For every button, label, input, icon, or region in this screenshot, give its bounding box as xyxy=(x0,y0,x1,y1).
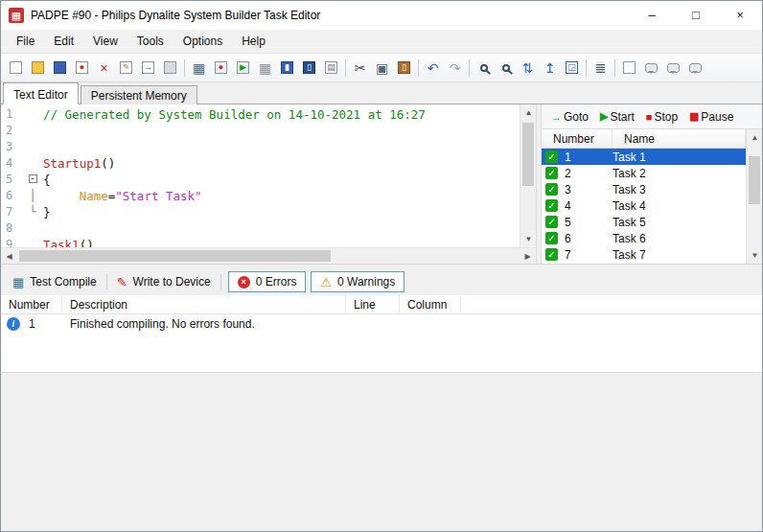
pause-task-button[interactable]: ▮▮Pause xyxy=(683,107,739,127)
task-scroll-thumb[interactable] xyxy=(749,156,760,205)
scroll-right-icon[interactable]: ▶ xyxy=(520,248,536,265)
comment-add-icon xyxy=(667,63,680,73)
message-column-description[interactable]: Description xyxy=(62,295,346,313)
manual-button[interactable]: ▤ xyxy=(320,57,342,80)
device-run-button[interactable]: ▶ xyxy=(232,57,254,80)
stop-task-button[interactable]: ■Stop xyxy=(640,107,683,127)
cut-icon: ✂ xyxy=(355,61,366,75)
library-icon: ▮ xyxy=(281,61,293,74)
vscroll-track[interactable] xyxy=(520,121,536,231)
task-row[interactable]: ✓6Task 6 xyxy=(542,230,746,246)
fold-gutter xyxy=(26,106,39,123)
comment-view-button[interactable] xyxy=(640,57,662,80)
catalog-button[interactable]: ▯ xyxy=(298,57,320,80)
grid-view-button[interactable]: ▦ xyxy=(188,57,210,80)
menu-help[interactable]: Help xyxy=(232,31,275,52)
paste-button[interactable]: ▯ xyxy=(393,57,415,80)
message-row[interactable]: 1Finished compiling. No errors found. xyxy=(1,314,762,334)
library-button[interactable]: ▮ xyxy=(276,57,298,80)
print-button[interactable] xyxy=(159,57,181,80)
network-button[interactable]: ▦ xyxy=(254,57,276,80)
task-list-scrollbar[interactable]: ▲ ▼ xyxy=(746,129,762,264)
copy-button[interactable]: ▣ xyxy=(371,57,393,80)
code-viewport[interactable]: 1// Generated by System Builder on 14-10… xyxy=(1,104,536,247)
maximize-button[interactable]: □ xyxy=(674,1,718,30)
task-row[interactable]: ✓7Task 7 xyxy=(542,246,746,263)
compile-bar-separator xyxy=(220,274,221,289)
task-row[interactable]: ✓2Task 2 xyxy=(542,165,746,181)
menu-view[interactable]: View xyxy=(83,31,127,52)
cut-button[interactable]: ✂ xyxy=(349,57,371,80)
scroll-left-icon[interactable]: ◀ xyxy=(1,248,17,265)
task-row[interactable]: ✓3Task 3 xyxy=(542,181,746,197)
task-column-name[interactable]: Name xyxy=(613,129,746,148)
open-external-button[interactable]: ◲ xyxy=(561,57,583,80)
hscroll-track[interactable] xyxy=(17,248,520,264)
save-all-button[interactable]: ● xyxy=(71,57,93,80)
editor-vertical-scrollbar[interactable]: ▲ ▼ xyxy=(520,104,536,247)
copy-icon: ▣ xyxy=(376,61,388,75)
device-stop-icon: ● xyxy=(215,61,227,74)
task-column-number[interactable]: Number xyxy=(542,129,613,148)
menu-options[interactable]: Options xyxy=(173,31,232,52)
start-task-button[interactable]: ▶Start xyxy=(594,107,640,127)
save-icon xyxy=(54,61,66,74)
fold-collapse-icon[interactable]: - xyxy=(29,174,37,183)
delete-button[interactable]: × xyxy=(93,57,115,80)
check-icon: ✓ xyxy=(545,199,558,212)
close-button[interactable]: × xyxy=(718,1,762,30)
task-row[interactable]: ✓1Task 1 xyxy=(542,149,746,165)
save-button[interactable] xyxy=(49,57,71,80)
minimize-button[interactable]: – xyxy=(630,1,674,30)
print-icon xyxy=(164,61,176,74)
properties-button[interactable]: ✎ xyxy=(115,57,137,80)
toolbar-separator xyxy=(418,59,419,77)
manual-icon: ▤ xyxy=(325,61,337,74)
task-toolbar: →Goto▶Start■Stop▮▮Pause xyxy=(542,104,762,129)
stop-icon: ■ xyxy=(646,111,651,123)
test-compile-button[interactable]: ▦ Test Compile xyxy=(5,272,104,292)
find-next-button[interactable]: ⇅ xyxy=(517,57,539,80)
code-text[interactable]: 1// Generated by System Builder on 14-10… xyxy=(1,104,520,247)
task-row[interactable]: ✓4Task 4 xyxy=(542,197,746,214)
warnings-button[interactable]: 0 Warnings xyxy=(311,271,405,292)
menu-edit[interactable]: Edit xyxy=(44,31,83,52)
export-button[interactable]: → xyxy=(137,57,159,80)
task-row[interactable]: ✓5Task 5 xyxy=(542,214,746,230)
comment-add-button[interactable] xyxy=(662,57,684,80)
errors-button[interactable]: 0 Errors xyxy=(228,271,307,292)
window-title: PADPE #90 - Philips Dynalite System Buil… xyxy=(31,9,630,22)
task-scroll-up-icon[interactable]: ▲ xyxy=(747,129,763,146)
goto-line-button[interactable]: ↥ xyxy=(539,57,561,80)
vscroll-thumb[interactable] xyxy=(522,123,534,186)
task-scroll-down-icon[interactable]: ▼ xyxy=(747,247,763,264)
scroll-down-icon[interactable]: ▼ xyxy=(520,231,536,247)
device-stop-button[interactable]: ● xyxy=(210,57,232,80)
message-column-line[interactable]: Line xyxy=(346,295,400,313)
find-button[interactable] xyxy=(473,57,495,80)
task-list-button[interactable]: ≣ xyxy=(590,57,612,80)
code-editor[interactable]: 1// Generated by System Builder on 14-10… xyxy=(1,104,536,264)
editor-horizontal-scrollbar[interactable]: ◀ ▶ xyxy=(1,247,536,264)
menu-file[interactable]: File xyxy=(7,31,44,52)
new-button[interactable] xyxy=(5,57,27,80)
open-button[interactable] xyxy=(27,57,49,80)
find-replace-button[interactable] xyxy=(495,57,517,80)
find-replace-icon xyxy=(502,64,510,72)
task-scroll-track[interactable] xyxy=(747,146,762,247)
tab-text-editor[interactable]: Text Editor xyxy=(3,82,79,104)
message-column-number[interactable]: Number xyxy=(1,295,62,313)
undo-button[interactable]: ↶ xyxy=(422,57,444,80)
goto-task-button[interactable]: →Goto xyxy=(545,107,594,127)
title-bar[interactable]: ▦ PADPE #90 - Philips Dynalite System Bu… xyxy=(1,1,762,30)
message-column-column[interactable]: Column xyxy=(400,295,461,313)
start-label: Start xyxy=(610,110,634,124)
tab-persistent-memory[interactable]: Persistent Memory xyxy=(81,85,197,104)
scroll-up-icon[interactable]: ▲ xyxy=(520,104,536,121)
comment-list-button[interactable] xyxy=(684,57,706,80)
hscroll-thumb[interactable] xyxy=(19,250,331,262)
menu-tools[interactable]: Tools xyxy=(127,31,173,52)
redo-button[interactable]: ↷ xyxy=(444,57,466,80)
new-window-button[interactable] xyxy=(618,57,640,80)
write-to-device-button[interactable]: ✎ Write to Device xyxy=(109,272,219,292)
